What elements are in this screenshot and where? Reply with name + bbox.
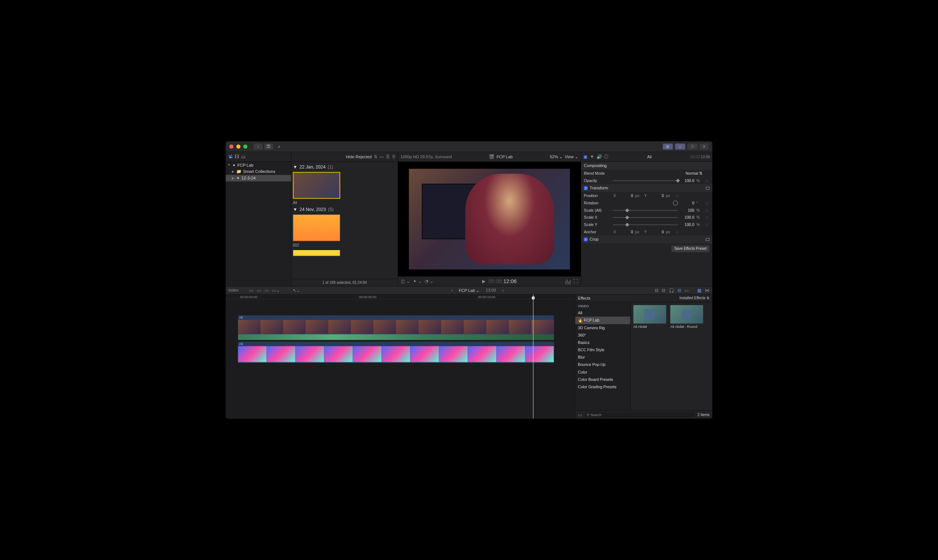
event-header[interactable]: ▼ 24 Nov, 2023 (5) <box>293 206 396 213</box>
transitions-browser-button[interactable]: ⋈ <box>705 288 709 293</box>
scale-y-slider[interactable] <box>613 224 678 225</box>
effects-category[interactable]: Color Board Presets <box>575 376 631 383</box>
blend-mode-dropdown[interactable]: Normal ⇅ <box>613 171 702 176</box>
effects-category[interactable]: Color Grading Presets <box>575 383 631 391</box>
viewer-canvas[interactable] <box>398 162 581 277</box>
timeline-prev-button[interactable]: ‹ <box>451 288 453 293</box>
rotation-value[interactable]: 0 <box>680 201 694 205</box>
audio-skimming-button[interactable]: ⊟ <box>662 288 665 293</box>
compositing-section[interactable]: Compositing <box>581 162 712 170</box>
skimming-button[interactable]: ⊟ <box>655 288 658 293</box>
anchor-x-value[interactable]: 0 <box>619 230 633 234</box>
effects-category[interactable]: 🔥 FCP Lab <box>575 317 631 324</box>
timeline-project-dropdown[interactable]: FCP Lab ⌄ <box>459 288 480 292</box>
effects-category[interactable]: All <box>575 309 631 317</box>
timeline-ruler[interactable]: 00:00:00:00 00:00:05:00 00:00:10:00 <box>226 294 575 299</box>
close-window-button[interactable] <box>229 144 233 148</box>
effects-category[interactable]: Color <box>575 368 631 376</box>
effects-search-input[interactable]: ⚲ Search <box>585 412 695 417</box>
titles-icon[interactable]: 🗂 <box>241 154 245 160</box>
audio-inspector-tab[interactable]: 🔊 <box>596 154 602 160</box>
timeline-toggle-button[interactable]: ▭ <box>675 143 685 150</box>
background-tasks-button[interactable]: ✓ <box>275 143 284 150</box>
clip-appearance-button[interactable]: ▭ <box>684 288 689 293</box>
connect-button[interactable]: ▭⌄ <box>272 288 280 293</box>
effects-category[interactable]: Basics <box>575 339 631 346</box>
video-inspector-tab[interactable]: ▣ <box>583 154 588 160</box>
effects-dropdown[interactable]: Installed Effects ⇅ <box>679 296 709 300</box>
scale-y-value[interactable]: 100.0 <box>680 222 694 227</box>
play-button[interactable]: ▶ <box>482 279 486 284</box>
viewer-timecode[interactable]: 12:06 <box>504 278 517 284</box>
position-y-value[interactable]: 0 <box>650 193 664 198</box>
snapping-button[interactable]: ⊟ <box>678 288 681 293</box>
effects-category[interactable]: 360° <box>575 331 631 339</box>
retime-tool-button[interactable]: ◔ ⌄ <box>425 279 433 284</box>
disclosure-triangle-icon[interactable]: ▶ <box>232 170 235 173</box>
crop-onscreen-icon[interactable] <box>706 238 709 241</box>
timeline-clip[interactable]: Ali <box>238 342 554 363</box>
position-x-value[interactable]: 0 <box>619 193 633 198</box>
library-root[interactable]: ▼ ✦ FCP Lab <box>226 162 291 168</box>
browser-toggle-button[interactable]: ▦ <box>663 143 673 150</box>
keyword-editor-button[interactable]: ⚿ <box>264 143 273 150</box>
overwrite-button[interactable]: ▭ <box>265 288 269 293</box>
crop-checkbox[interactable]: ✓ <box>584 238 588 242</box>
effects-category[interactable]: 3D Camera Rig <box>575 324 631 331</box>
search-button[interactable]: ⚲ <box>392 154 395 160</box>
share-button[interactable]: ⇪ <box>699 143 709 150</box>
scale-x-slider[interactable] <box>613 217 678 218</box>
index-button[interactable]: Index <box>229 288 239 292</box>
effects-category[interactable]: Blur <box>575 354 631 361</box>
anchor-y-value[interactable]: 0 <box>650 230 664 234</box>
clip-thumbnail[interactable] <box>293 250 340 256</box>
save-effects-preset-button[interactable]: Save Effects Preset <box>671 245 709 252</box>
hide-rejected-dropdown[interactable]: Hide Rejected <box>346 155 371 159</box>
fullscreen-button[interactable]: ⛶ <box>573 279 578 284</box>
effects-category[interactable]: Bounce Pop-Up <box>575 361 631 368</box>
sidebar-event[interactable]: ▶ ✦ 12-3-24 <box>226 175 291 182</box>
solo-button[interactable]: 🎧 <box>669 288 674 293</box>
keyframe-button[interactable]: ◇ <box>705 215 709 220</box>
effect-item[interactable]: Ali Abdal <box>633 305 667 330</box>
scale-all-value[interactable]: 100 <box>680 208 694 212</box>
opacity-value[interactable]: 100.0 <box>680 178 694 183</box>
photos-icon[interactable]: 🎞 <box>234 154 239 160</box>
inspector-toggle-button[interactable]: ☰ <box>687 143 698 150</box>
enhance-tool-button[interactable]: ✦ ⌄ <box>413 279 422 284</box>
transform-onscreen-icon[interactable] <box>706 187 709 190</box>
library-icon[interactable]: 📽 <box>228 154 233 160</box>
timeline-clip[interactable]: Ali <box>238 315 554 340</box>
rotation-knob[interactable] <box>673 201 678 205</box>
opacity-slider[interactable] <box>613 180 678 181</box>
transform-section[interactable]: ✓ Transform <box>581 184 712 192</box>
keyframe-button[interactable]: ◇ <box>674 193 679 198</box>
keyframe-button[interactable]: ◇ <box>705 201 709 205</box>
effects-preview-button[interactable]: ▭ <box>578 412 582 417</box>
timeline-next-button[interactable]: › <box>502 288 504 293</box>
effects-browser-button[interactable]: ▦ <box>697 288 702 293</box>
disclosure-triangle-icon[interactable]: ▼ <box>293 206 297 212</box>
effects-category[interactable]: BCC Film Style <box>575 346 631 354</box>
zoom-dropdown[interactable]: 52%⌄ <box>550 154 563 159</box>
minimize-window-button[interactable] <box>236 144 240 148</box>
clip-thumbnail[interactable] <box>293 215 340 242</box>
keyframe-button[interactable]: ◇ <box>705 222 709 227</box>
event-header[interactable]: ▼ 22 Jan, 2024 (1) <box>293 163 396 170</box>
insert-button[interactable]: ▭ <box>249 288 254 293</box>
disclosure-triangle-icon[interactable]: ▼ <box>293 164 297 169</box>
scale-all-slider[interactable] <box>613 210 678 211</box>
disclosure-triangle-icon[interactable]: ▶ <box>232 177 235 180</box>
keyframe-button[interactable]: ◇ <box>674 229 679 234</box>
crop-section[interactable]: ✓ Crop <box>581 235 712 243</box>
info-inspector-tab[interactable]: ⓘ <box>604 154 608 160</box>
sidebar-smart-collections[interactable]: ▶ 📁 Smart Collections <box>226 168 291 175</box>
playhead[interactable] <box>533 294 533 419</box>
view-dropdown[interactable]: View⌄ <box>565 154 579 159</box>
disclosure-triangle-icon[interactable]: ▼ <box>228 163 231 167</box>
import-button[interactable]: ↓ <box>254 143 263 150</box>
append-button[interactable]: ▭ <box>257 288 261 293</box>
transform-checkbox[interactable]: ✓ <box>584 186 588 190</box>
timeline[interactable]: 00:00:00:00 00:00:05:00 00:00:10:00 Ali <box>226 294 575 419</box>
scale-x-value[interactable]: 100.0 <box>680 215 694 220</box>
